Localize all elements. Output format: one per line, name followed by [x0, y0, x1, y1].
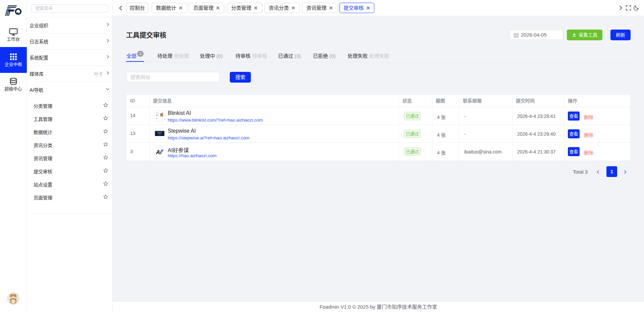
svg-text:Ai: Ai — [156, 149, 162, 155]
